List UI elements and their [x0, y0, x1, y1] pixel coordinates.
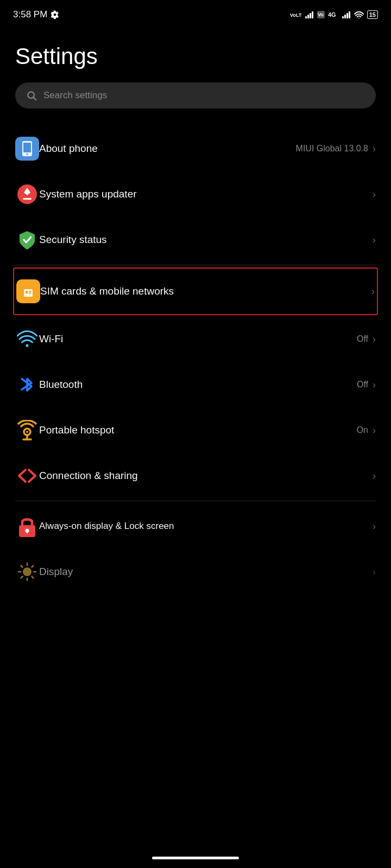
display-text: Display: [39, 566, 373, 578]
svg-rect-2: [305, 16, 307, 18]
bottom-bar: [0, 843, 391, 868]
svg-point-27: [26, 344, 29, 347]
bluetooth-text: Bluetooth: [39, 379, 357, 391]
svg-rect-24: [26, 291, 28, 293]
about-phone-icon: [15, 137, 39, 161]
always-on-display-chevron: ›: [373, 521, 376, 532]
page-title: Settings: [15, 43, 376, 69]
svg-text:Vo: Vo: [290, 12, 296, 18]
display-icon: [15, 560, 39, 584]
about-phone-text: About phone: [39, 143, 296, 155]
wifi-status-icon: [354, 11, 364, 18]
status-icons: Vo LTE Vo 4G: [290, 10, 378, 19]
svg-rect-5: [312, 11, 313, 18]
svg-rect-22: [23, 198, 31, 200]
hotspot-icon: [15, 418, 39, 442]
settings-item-connection-sharing[interactable]: Connection & sharing ›: [15, 453, 376, 499]
about-phone-chevron: ›: [373, 143, 376, 155]
hotspot-value: On: [357, 425, 368, 435]
search-bar[interactable]: Search settings: [15, 82, 376, 108]
signal-icon-1: [305, 11, 314, 18]
svg-line-42: [32, 566, 34, 567]
svg-rect-10: [344, 15, 346, 18]
svg-text:Vo: Vo: [318, 12, 324, 17]
settings-item-sim-cards[interactable]: SIM cards & mobile networks ›: [13, 267, 378, 315]
svg-line-41: [32, 577, 34, 578]
display-chevron: ›: [373, 566, 376, 578]
settings-page: Settings Search settings About phone MIU…: [0, 27, 391, 595]
svg-rect-34: [27, 531, 28, 533]
svg-rect-9: [342, 16, 344, 18]
sim-cards-chevron: ›: [371, 286, 375, 297]
lock-icon: [15, 514, 39, 538]
svg-rect-12: [349, 11, 350, 18]
wifi-value: Off: [357, 334, 368, 344]
security-status-text: Security status: [39, 234, 373, 246]
svg-text:4G: 4G: [328, 11, 336, 18]
gear-icon: [51, 10, 59, 19]
hotspot-text: Portable hotspot: [39, 424, 357, 436]
svg-point-35: [23, 567, 31, 576]
hotspot-chevron: ›: [373, 425, 376, 436]
status-bar: 3:58 PM Vo LTE Vo 4G: [0, 0, 391, 27]
sim-cards-text: SIM cards & mobile networks: [40, 285, 371, 297]
search-icon: [26, 90, 37, 101]
svg-point-29: [26, 431, 28, 433]
settings-item-wifi[interactable]: Wi-Fi Off ›: [15, 316, 376, 362]
always-on-display-text: Always-on display & Lock screen: [39, 520, 373, 532]
system-apps-updater-chevron: ›: [373, 189, 376, 200]
settings-item-security-status[interactable]: Security status ›: [15, 217, 376, 263]
svg-line-40: [21, 566, 23, 567]
volte-icon-1: Vo LTE: [290, 10, 302, 19]
svg-rect-25: [29, 291, 31, 292]
svg-rect-26: [29, 293, 31, 294]
svg-rect-3: [307, 15, 309, 18]
wifi-text: Wi-Fi: [39, 333, 357, 345]
settings-item-always-on-display[interactable]: Always-on display & Lock screen ›: [15, 503, 376, 549]
settings-item-bluetooth[interactable]: Bluetooth Off ›: [15, 362, 376, 407]
bluetooth-icon: [15, 373, 39, 397]
svg-line-15: [34, 98, 36, 100]
system-apps-updater-text: System apps updater: [39, 188, 373, 200]
svg-rect-23: [24, 289, 33, 297]
wifi-chevron: ›: [373, 334, 376, 345]
security-status-icon: [15, 228, 39, 252]
svg-line-43: [21, 577, 23, 578]
svg-text:LTE: LTE: [296, 12, 302, 18]
battery-indicator: 15: [367, 10, 378, 19]
svg-rect-11: [346, 13, 348, 18]
status-time: 3:58 PM: [13, 9, 59, 20]
system-apps-updater-icon: [15, 182, 39, 206]
sim-cards-icon: [16, 279, 40, 303]
svg-point-13: [358, 18, 360, 18]
bluetooth-chevron: ›: [373, 379, 376, 391]
security-status-chevron: ›: [373, 234, 376, 246]
about-phone-value: MIUI Global 13.0.8: [296, 144, 368, 154]
home-indicator: [152, 857, 239, 859]
wifi-icon: [15, 327, 39, 351]
4g-icon: 4G: [328, 11, 339, 18]
volte-icon-2: Vo: [317, 11, 325, 18]
divider-2: [15, 501, 376, 501]
connection-icon: [15, 464, 39, 488]
divider-1: [15, 265, 376, 265]
signal-icon-2: [342, 11, 351, 18]
connection-sharing-text: Connection & sharing: [39, 470, 373, 482]
search-placeholder: Search settings: [43, 90, 107, 101]
connection-sharing-chevron: ›: [373, 470, 376, 482]
settings-item-about-phone[interactable]: About phone MIUI Global 13.0.8 ›: [15, 126, 376, 171]
svg-rect-4: [310, 13, 311, 18]
settings-item-system-apps-updater[interactable]: System apps updater ›: [15, 171, 376, 217]
svg-point-18: [27, 154, 28, 155]
settings-item-display[interactable]: Display ›: [15, 549, 376, 595]
svg-rect-17: [23, 143, 31, 152]
settings-item-portable-hotspot[interactable]: Portable hotspot On ›: [15, 407, 376, 453]
bluetooth-value: Off: [357, 380, 368, 390]
